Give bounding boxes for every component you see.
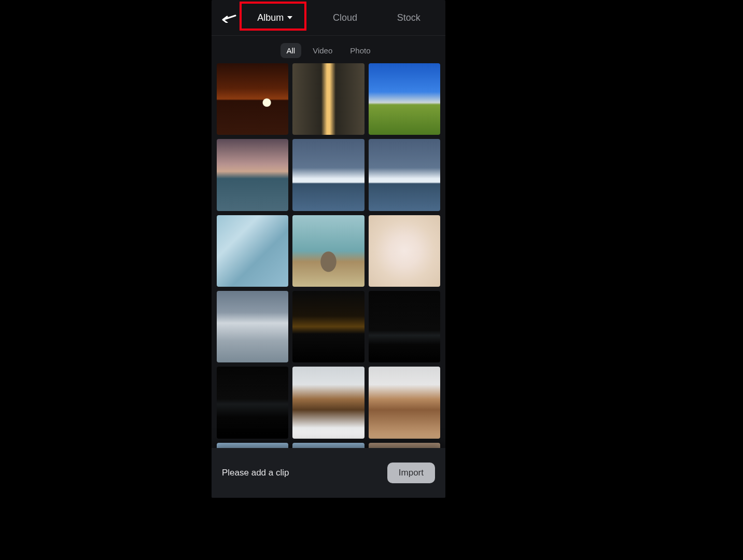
- thumb-image: [217, 63, 288, 135]
- stock-tab[interactable]: Stock: [392, 9, 426, 26]
- add-clip-prompt: Please add a clip: [222, 468, 289, 478]
- filter-video[interactable]: Video: [306, 43, 339, 58]
- album-tab[interactable]: Album: [252, 9, 298, 26]
- thumb-dandelion-macro[interactable]: [369, 215, 440, 287]
- thumb-lightning-storm[interactable]: [292, 291, 364, 362]
- stage: Album Cloud Stock All: [0, 0, 743, 560]
- thumb-image: [217, 291, 288, 362]
- thumb-sunset-over-water[interactable]: [217, 63, 288, 135]
- topnav: Album Cloud Stock: [237, 9, 440, 26]
- thumb-image: [292, 291, 364, 362]
- back-button[interactable]: [221, 0, 236, 35]
- media-picker-screen: Album Cloud Stock All: [212, 0, 445, 498]
- thumb-coastal-cliffs[interactable]: [217, 139, 288, 211]
- thumb-seal-in-surf[interactable]: [292, 215, 364, 287]
- thumb-image: [369, 63, 440, 135]
- thumb-ice-field[interactable]: [217, 291, 288, 362]
- filter-photo[interactable]: Photo: [344, 43, 376, 58]
- thumb-image: [217, 215, 288, 287]
- filter-all[interactable]: All: [281, 43, 302, 58]
- import-button-label: Import: [399, 468, 424, 478]
- filter-photo-label: Photo: [350, 46, 370, 55]
- thumb-image: [292, 63, 364, 135]
- thumb-image: [369, 367, 440, 438]
- media-grid: [217, 63, 440, 453]
- filter-video-label: Video: [313, 46, 332, 55]
- filter-all-label: All: [287, 46, 296, 55]
- cloud-tab-label: Cloud: [333, 12, 357, 23]
- thumb-image: [369, 139, 440, 211]
- thumb-rock-spires[interactable]: [292, 367, 364, 438]
- bottom-bar: Please add a clip Import: [212, 448, 445, 498]
- back-arrow-icon: [221, 12, 236, 23]
- media-grid-wrap[interactable]: [212, 63, 445, 498]
- media-filter-row: All Video Photo: [212, 36, 445, 63]
- album-tab-label: Album: [257, 12, 284, 23]
- thumb-blue-glacier[interactable]: [217, 215, 288, 287]
- thumb-image: [217, 367, 288, 438]
- topbar: Album Cloud Stock: [212, 0, 445, 36]
- thumb-image: [292, 367, 364, 438]
- thumb-mountain-meadow[interactable]: [369, 63, 440, 135]
- stock-tab-label: Stock: [397, 12, 420, 23]
- thumb-dark-mountain-2[interactable]: [217, 367, 288, 438]
- thumb-dark-mountain-1[interactable]: [369, 291, 440, 362]
- thumb-iceberg-sea-1[interactable]: [292, 139, 364, 211]
- thumb-image: [369, 291, 440, 362]
- thumb-image: [369, 215, 440, 287]
- thumb-slot-canyon[interactable]: [292, 63, 364, 135]
- thumb-image: [217, 139, 288, 211]
- thumb-image: [292, 139, 364, 211]
- cloud-tab[interactable]: Cloud: [328, 9, 362, 26]
- import-button[interactable]: Import: [387, 463, 435, 483]
- thumb-iceberg-sea-2[interactable]: [369, 139, 440, 211]
- thumb-image: [292, 215, 364, 287]
- caret-down-icon: [287, 15, 293, 20]
- thumb-walrus-beach[interactable]: [369, 367, 440, 438]
